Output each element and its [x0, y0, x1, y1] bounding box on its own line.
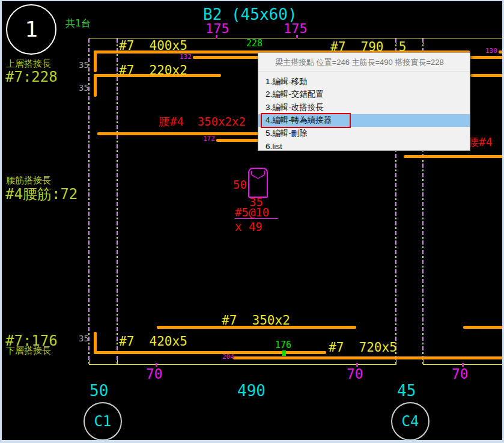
rebar-label-waist: 腰#4 350x2x2	[159, 116, 246, 127]
rebar-mid-bottom-right	[463, 326, 502, 329]
view-number: 1	[25, 19, 38, 40]
rebar-top-second-right	[470, 74, 502, 77]
dim-70-1: 70	[146, 367, 163, 381]
column-mark-c4: C4	[402, 414, 419, 429]
cad-canvas[interactable]: 1 C1 C4 共1台 B2 (45x60) 175 175 上層搭接長 #7:…	[2, 1, 502, 440]
dim-50: 50	[90, 383, 108, 399]
context-menu-header: 梁主搭接點 位置=246 主筋長=490 搭接實長=228	[258, 53, 470, 72]
rebar-label-bottom-right: #7 720x5	[329, 341, 397, 354]
rebar-label-top-main: #7 400x5	[119, 40, 187, 52]
lap-mark-176: 176	[275, 341, 291, 350]
bottom-dim-line-left	[89, 364, 396, 365]
cover-mark: 35	[79, 61, 89, 69]
rebar-label-waist-right: 腰#4 350x2x2	[467, 136, 502, 148]
rebar-top-second-hook	[94, 74, 97, 97]
rebar-top-right-stub	[499, 50, 502, 53]
rebar-label-mid-bottom: #7 350x2	[222, 314, 290, 327]
offset-mark-172: 172	[203, 135, 215, 142]
note-lower-lap: 下層搭接長	[6, 346, 51, 355]
dim-175-left: 175	[205, 22, 229, 35]
cover-mark: 35	[79, 84, 89, 92]
rebar-bottom-right[interactable]	[233, 356, 502, 359]
stirrup-symbol	[248, 168, 268, 198]
menu-item-change-lap[interactable]: 3.編輯-改搭接長	[258, 101, 470, 114]
column-balloon-c4: C4	[391, 402, 430, 440]
lap-mark-228: 228	[246, 39, 263, 48]
stirrup-spec: #5@10	[235, 207, 269, 218]
column-balloon-c1: C1	[83, 402, 122, 440]
context-menu: 梁主搭接點 位置=246 主筋長=490 搭接實長=228 1.編輯-移動 2.…	[258, 52, 470, 151]
rebar-label-top-second: #7 220x2	[119, 64, 187, 77]
note-upper-value: #7:228	[5, 70, 58, 84]
dim-70-3: 70	[452, 367, 469, 381]
stirrup-count: x 49	[235, 221, 263, 233]
count-label: 共1台	[65, 19, 91, 28]
beam-title: B2 (45x60)	[203, 7, 297, 22]
dim-175-right: 175	[284, 22, 308, 35]
lap-point-marker[interactable]	[282, 350, 286, 356]
rebar-top-main-hook	[94, 50, 97, 72]
note-waist-value: #4腰筋:72	[5, 187, 77, 201]
cover-mark: 35	[79, 334, 89, 343]
menu-item-coupler[interactable]: 4.編輯-轉為續接器	[258, 114, 470, 127]
view-balloon: 1	[6, 4, 56, 55]
menu-item-move[interactable]: 1.編輯-移動	[258, 75, 470, 88]
offset-mark-130: 130	[485, 47, 497, 54]
menu-item-stagger[interactable]: 2.編輯-交錯配置	[258, 88, 470, 102]
menu-item-list[interactable]: 6.list	[258, 140, 470, 153]
offset-mark-132: 132	[180, 53, 192, 60]
stirrup-width: 50	[233, 179, 247, 191]
rebar-waist-right[interactable]	[404, 155, 502, 158]
rebar-bottom-main[interactable]	[94, 351, 326, 354]
rebar-label-bottom-main: #7 420x5	[119, 335, 187, 348]
dim-70-2: 70	[347, 367, 363, 381]
column-face-line	[117, 38, 118, 365]
column-mark-c1: C1	[94, 414, 112, 429]
rebar-bottom-main-hook	[94, 332, 97, 354]
note-upper-lap: 上層搭接長	[6, 60, 51, 69]
dim-45: 45	[397, 383, 416, 399]
offset-mark-204: 204	[222, 353, 234, 360]
dim-490: 490	[237, 383, 266, 399]
menu-item-delete[interactable]: 5.編輯-刪除	[258, 127, 470, 140]
stirrup-underline	[235, 218, 278, 219]
rebar-label-top-right: #7 790 5	[330, 41, 406, 53]
note-waist-lap: 腰筋搭接長	[6, 176, 51, 185]
